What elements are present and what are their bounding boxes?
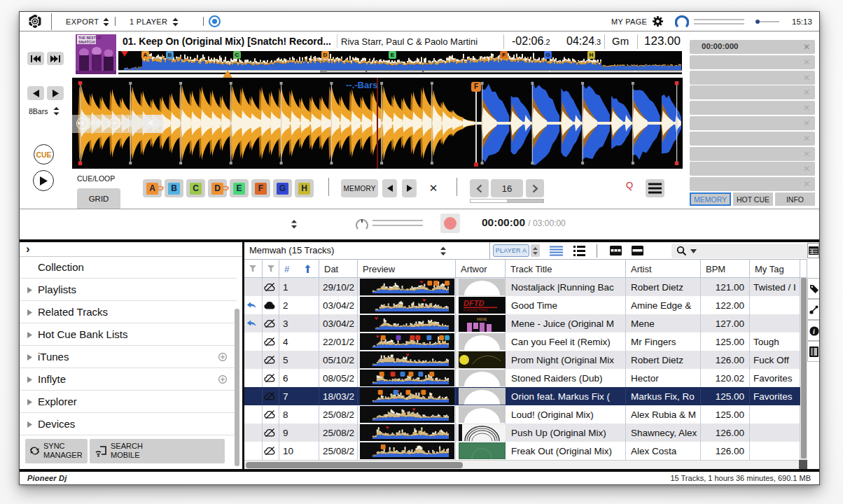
svg-text:i: i (813, 328, 815, 335)
svg-text:MENE: MENE (477, 317, 487, 321)
svg-text:SNATCH!: SNATCH! (78, 40, 96, 44)
svg-text:DFTD: DFTD (464, 299, 484, 307)
svg-text:A HOUSE THING: A HOUSE THING (464, 309, 489, 312)
